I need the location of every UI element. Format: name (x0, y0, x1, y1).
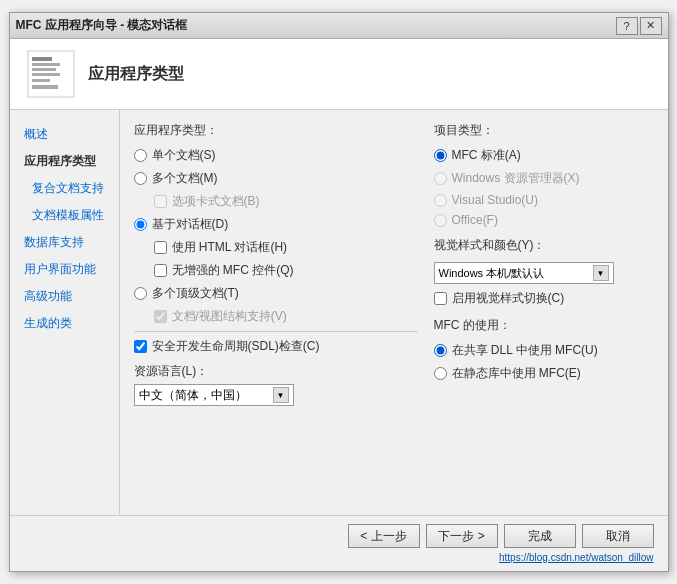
radio-mfc-std[interactable]: MFC 标准(A) (434, 147, 654, 164)
resource-lang-label: 资源语言(L)： (134, 363, 209, 380)
radio-multi-doc-label: 多个文档(M) (152, 170, 218, 187)
cancel-button[interactable]: 取消 (582, 524, 654, 548)
sidebar-item-advanced[interactable]: 高级功能 (18, 284, 111, 309)
sidebar: 概述 应用程序类型 复合文档支持 文档模板属性 数据库支持 用户界面功能 高级功… (10, 110, 120, 515)
title-bar: MFC 应用程序向导 - 模态对话框 ? ✕ (10, 13, 668, 39)
svg-rect-6 (32, 85, 58, 89)
sidebar-item-doc-template[interactable]: 文档模板属性 (18, 203, 111, 228)
footer-buttons: < 上一步 下一步 > 完成 取消 (348, 524, 654, 548)
radio-mfc-std-label: MFC 标准(A) (452, 147, 521, 164)
visual-style-dropdown[interactable]: Windows 本机/默认认 ▼ (434, 262, 614, 284)
radio-single-doc[interactable]: 单个文档(S) (134, 147, 418, 164)
footer: < 上一步 下一步 > 完成 取消 https://blog.csdn.net/… (10, 515, 668, 571)
resource-lang-dropdown[interactable]: 中文（简体，中国） ▼ (134, 384, 294, 406)
header-icon (26, 49, 76, 99)
main-window: MFC 应用程序向导 - 模态对话框 ? ✕ 应用程序类型 概述 应用程序类型 … (9, 12, 669, 572)
checkbox-doc-view[interactable]: 文档/视图结构支持(V) (134, 308, 418, 325)
project-type-title: 项目类型： (434, 122, 654, 139)
svg-rect-1 (32, 57, 52, 61)
visual-style-title: 视觉样式和颜色(Y)： (434, 237, 654, 254)
title-bar-buttons: ? ✕ (616, 17, 662, 35)
radio-office[interactable]: Office(F) (434, 213, 654, 227)
radio-single-doc-label: 单个文档(S) (152, 147, 216, 164)
radio-office-label: Office(F) (452, 213, 498, 227)
svg-rect-2 (32, 63, 60, 66)
radio-windows-explorer[interactable]: Windows 资源管理器(X) (434, 170, 654, 187)
resource-lang-row: 资源语言(L)： (134, 363, 418, 380)
sidebar-item-app-type[interactable]: 应用程序类型 (18, 149, 111, 174)
page-title: 应用程序类型 (88, 64, 184, 85)
sidebar-item-classes[interactable]: 生成的类 (18, 311, 111, 336)
checkbox-sdl-label: 安全开发生命周期(SDL)检查(C) (152, 338, 320, 355)
radio-multi-doc[interactable]: 多个文档(M) (134, 170, 418, 187)
next-button[interactable]: 下一步 > (426, 524, 498, 548)
svg-rect-5 (32, 79, 50, 82)
radio-shared-dll[interactable]: 在共享 DLL 中使用 MFC(U) (434, 342, 654, 359)
resource-lang-dropdown-arrow[interactable]: ▼ (273, 387, 289, 403)
checkbox-visual-switch-label: 启用视觉样式切换(C) (452, 290, 565, 307)
radio-static-lib[interactable]: 在静态库中使用 MFC(E) (434, 365, 654, 382)
radio-dialog[interactable]: 基于对话框(D) (134, 216, 418, 233)
window-title: MFC 应用程序向导 - 模态对话框 (16, 17, 188, 34)
checkbox-mfc-controls[interactable]: 无增强的 MFC 控件(Q) (134, 262, 418, 279)
checkbox-visual-switch[interactable]: 启用视觉样式切换(C) (434, 290, 654, 307)
sidebar-item-overview[interactable]: 概述 (18, 122, 111, 147)
content-area: 概述 应用程序类型 复合文档支持 文档模板属性 数据库支持 用户界面功能 高级功… (10, 110, 668, 515)
radio-visual-studio-label: Visual Studio(U) (452, 193, 538, 207)
radio-visual-studio[interactable]: Visual Studio(U) (434, 193, 654, 207)
left-column: 应用程序类型： 单个文档(S) 多个文档(M) 选项卡式文档(B) (134, 122, 418, 406)
checkbox-tab-doc[interactable]: 选项卡式文档(B) (134, 193, 418, 210)
checkbox-html-dialog[interactable]: 使用 HTML 对话框(H) (134, 239, 418, 256)
visual-style-dropdown-arrow[interactable]: ▼ (593, 265, 609, 281)
help-button[interactable]: ? (616, 17, 638, 35)
sidebar-item-db-support[interactable]: 数据库支持 (18, 230, 111, 255)
right-column: 项目类型： MFC 标准(A) Windows 资源管理器(X) Visual … (434, 122, 654, 406)
radio-windows-explorer-label: Windows 资源管理器(X) (452, 170, 580, 187)
checkbox-sdl[interactable]: 安全开发生命周期(SDL)检查(C) (134, 338, 418, 355)
mfc-use-title: MFC 的使用： (434, 317, 654, 334)
main-content: 应用程序类型： 单个文档(S) 多个文档(M) 选项卡式文档(B) (120, 110, 668, 515)
checkbox-doc-view-label: 文档/视图结构支持(V) (172, 308, 287, 325)
two-column-layout: 应用程序类型： 单个文档(S) 多个文档(M) 选项卡式文档(B) (134, 122, 654, 406)
checkbox-tab-doc-label: 选项卡式文档(B) (172, 193, 260, 210)
checkbox-html-dialog-label: 使用 HTML 对话框(H) (172, 239, 288, 256)
radio-shared-dll-label: 在共享 DLL 中使用 MFC(U) (452, 342, 598, 359)
radio-multi-top[interactable]: 多个顶级文档(T) (134, 285, 418, 302)
header: 应用程序类型 (10, 39, 668, 110)
svg-rect-3 (32, 68, 56, 71)
checkbox-mfc-controls-label: 无增强的 MFC 控件(Q) (172, 262, 294, 279)
radio-static-lib-label: 在静态库中使用 MFC(E) (452, 365, 581, 382)
finish-button[interactable]: 完成 (504, 524, 576, 548)
visual-style-value: Windows 本机/默认认 (439, 266, 545, 281)
radio-multi-top-label: 多个顶级文档(T) (152, 285, 239, 302)
close-button[interactable]: ✕ (640, 17, 662, 35)
svg-rect-4 (32, 73, 60, 76)
sidebar-item-compound[interactable]: 复合文档支持 (18, 176, 111, 201)
footer-link[interactable]: https://blog.csdn.net/watson_dillow (499, 552, 654, 563)
prev-button[interactable]: < 上一步 (348, 524, 420, 548)
radio-dialog-label: 基于对话框(D) (152, 216, 229, 233)
sidebar-item-ui[interactable]: 用户界面功能 (18, 257, 111, 282)
resource-lang-value: 中文（简体，中国） (139, 387, 247, 404)
app-type-section-title: 应用程序类型： (134, 122, 418, 139)
